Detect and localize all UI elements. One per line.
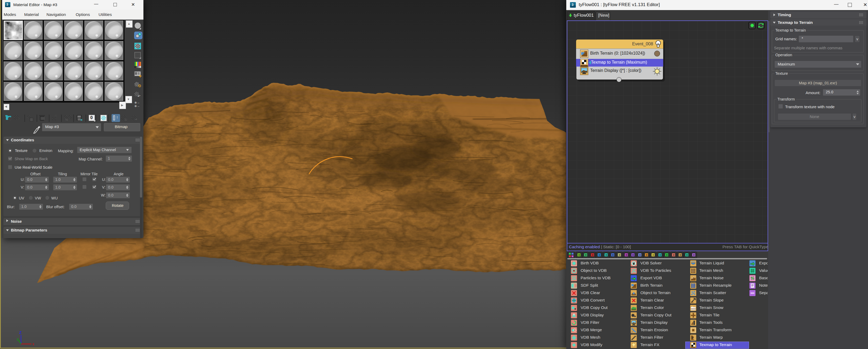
- svg-text:y: y: [17, 337, 19, 341]
- svg-text:x: x: [32, 342, 34, 346]
- svg-text:Z: Z: [19, 330, 22, 335]
- svg-text:3: 3: [6, 3, 8, 6]
